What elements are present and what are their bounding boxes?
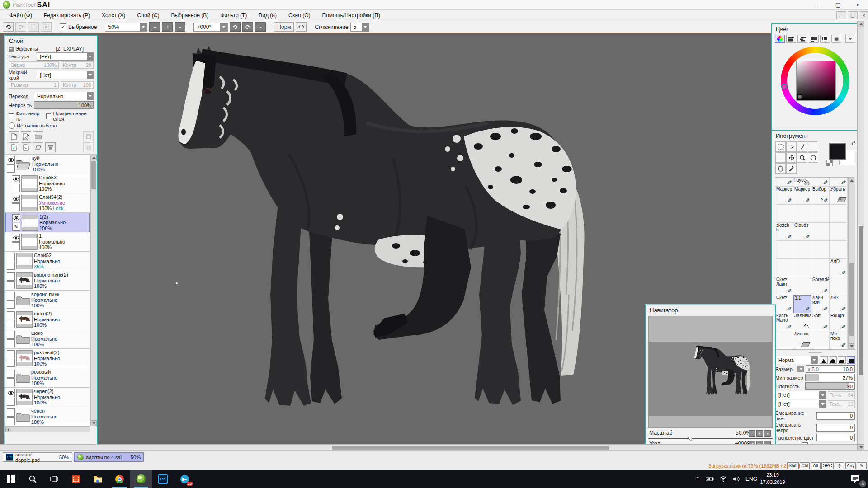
rotate-cw-button[interactable]: [242, 22, 253, 32]
layer-row[interactable]: Слой53Нормально100%: [5, 174, 90, 193]
menu-item-canvas[interactable]: Холст (Х): [96, 12, 131, 19]
brush-slot-empty[interactable]: ✎: [830, 178, 848, 187]
merge-down-button[interactable]: [21, 142, 31, 152]
zoom-dropdown-icon[interactable]: [140, 23, 147, 31]
key-indicator-shift[interactable]: Shift: [787, 462, 799, 469]
key-indicator-spc[interactable]: SPC: [821, 462, 834, 469]
color-grid-tab[interactable]: [820, 35, 830, 43]
nav-zoom-out-button[interactable]: −: [749, 430, 755, 437]
brush-slot-empty[interactable]: [830, 205, 848, 223]
paste-layer-button[interactable]: [83, 142, 94, 152]
scroll-down-icon[interactable]: [91, 420, 97, 426]
foreground-color-swatch[interactable]: [829, 143, 846, 160]
undo-icon[interactable]: [3, 22, 14, 32]
zoom-in-button[interactable]: +: [162, 22, 173, 32]
layer-edit-toggle[interactable]: [7, 339, 15, 347]
brush-edge-square-icon[interactable]: [847, 356, 855, 364]
sv-cursor[interactable]: [797, 94, 802, 99]
flip-horizontal-icon[interactable]: [296, 22, 307, 32]
brush-скетч-лайн[interactable]: Скетч Лайн✎: [775, 277, 793, 295]
blend-color-slider[interactable]: 0: [816, 412, 855, 420]
panel-splitter-handle[interactable]: [808, 352, 822, 353]
new-folder-button[interactable]: [33, 131, 43, 141]
document-tab-2[interactable]: адопты по 4.sai50%: [74, 452, 144, 462]
brush-slot-empty[interactable]: [811, 259, 830, 277]
texture-dropdown-icon[interactable]: [87, 53, 93, 60]
scroll-left-icon[interactable]: [5, 427, 11, 432]
canvas-vscrollbar[interactable]: [857, 21, 865, 450]
invert-selection-icon[interactable]: [41, 22, 52, 32]
key-indicator-ctrl[interactable]: Ctrl: [800, 462, 810, 469]
any-key[interactable]: Any: [845, 462, 856, 469]
taskbar-app-painttool-sai[interactable]: [130, 470, 152, 488]
notification-center-button[interactable]: 3: [846, 474, 864, 485]
brush-scroll-down-icon[interactable]: [849, 343, 854, 349]
brush-ластик[interactable]: Ластик: [793, 331, 811, 349]
brush-1.1[interactable]: 1.1✎: [793, 295, 811, 313]
clipping-group-checkbox[interactable]: [46, 113, 52, 119]
minimize-button[interactable]: –: [808, 0, 828, 9]
brush-size-unit-icon[interactable]: [797, 366, 804, 372]
brush-edge-dome-icon[interactable]: [829, 356, 837, 364]
layer-edit-toggle[interactable]: [7, 281, 15, 289]
layer-edit-toggle[interactable]: [7, 417, 15, 425]
menu-item-window[interactable]: Окно (О): [283, 12, 316, 19]
brush-effect-dropdown-icon[interactable]: [819, 400, 826, 408]
menu-item-filter[interactable]: Фильтр (Т): [214, 12, 253, 19]
move-key[interactable]: [835, 462, 844, 469]
brush-sketch-b[interactable]: sketch b✎: [775, 223, 793, 241]
brush-spread-[interactable]: Spread&✎: [811, 277, 830, 295]
brush-slot-empty[interactable]: [793, 241, 811, 259]
brush-mode-combo[interactable]: Норма: [775, 356, 818, 364]
navigator-scale-row[interactable]: Масштаб 50.0% − + ▪: [648, 429, 773, 439]
brush-скетч[interactable]: Скетч✎: [775, 295, 793, 313]
brush-mode-dropdown-icon[interactable]: [811, 356, 817, 364]
close-button[interactable]: ×: [848, 0, 868, 9]
zoom-out-button[interactable]: −: [149, 22, 160, 32]
saturation-value-square[interactable]: [796, 61, 836, 101]
clear-layer-button[interactable]: [33, 142, 43, 152]
brush-edge-flat-icon[interactable]: [838, 356, 846, 364]
blend-mode-dropdown-icon[interactable]: [87, 92, 93, 100]
dilution-slider[interactable]: 0: [816, 434, 855, 441]
preserve-opacity-checkbox[interactable]: [9, 113, 14, 119]
taskbar-app-search[interactable]: [22, 470, 43, 488]
brush-выбор[interactable]: Выбор✎S: [811, 187, 830, 205]
layer-visibility-toggle[interactable]: [7, 272, 15, 281]
eyedropper-tool[interactable]: [786, 163, 797, 174]
brush-лайн-изи[interactable]: Лайн изи✎: [811, 295, 830, 313]
layer-row[interactable]: шоко(2)Нормально100%: [5, 310, 90, 329]
redo-icon[interactable]: [15, 22, 26, 32]
tray-chevron-icon[interactable]: ⌃: [695, 476, 700, 482]
language-indicator[interactable]: ENG: [745, 476, 757, 482]
brush-edge-hard-icon[interactable]: [820, 356, 828, 364]
taskbar-app-screenshot-tool[interactable]: [65, 470, 87, 488]
tool-slot-empty-1[interactable]: [808, 141, 818, 152]
layer-visibility-toggle[interactable]: [7, 292, 15, 300]
layer-visibility-toggle[interactable]: [7, 370, 15, 378]
layer-list-scrollbar[interactable]: [90, 155, 97, 426]
key-indicator-alt[interactable]: Alt: [811, 462, 821, 469]
zoom-tool[interactable]: [797, 152, 807, 163]
brush-slot-empty[interactable]: ✎: [811, 178, 830, 187]
brush-гаусс[interactable]: Гаусс: [793, 178, 811, 187]
taskbar-app-task-view[interactable]: [43, 470, 65, 488]
rgb-sliders-tab[interactable]: [786, 35, 796, 43]
layer-visibility-toggle[interactable]: [7, 311, 15, 319]
layer-visibility-toggle[interactable]: [7, 253, 15, 261]
brush-slot-empty[interactable]: [811, 241, 830, 259]
wet-edge-dropdown-icon[interactable]: [87, 71, 93, 79]
blend-mode-combo[interactable]: Нормально: [34, 92, 94, 100]
brush-slot-empty[interactable]: [775, 205, 793, 223]
brush-effect-combo[interactable]: [Нет]: [775, 400, 826, 408]
canvas-hscroll-thumb[interactable]: [332, 446, 609, 450]
layer-mask-button[interactable]: [83, 131, 94, 141]
wet-edge-combo[interactable]: [Нет]: [37, 71, 94, 79]
brush-rough[interactable]: Rough✎: [830, 313, 848, 331]
layer-list-hscrollbar[interactable]: [5, 426, 90, 432]
layer-edit-toggle[interactable]: [12, 242, 20, 250]
layer-visibility-toggle[interactable]: [12, 214, 20, 222]
selection-source-radio[interactable]: [9, 122, 15, 129]
maximize-button[interactable]: ▢: [828, 0, 848, 9]
layer-visibility-toggle[interactable]: [7, 389, 15, 397]
